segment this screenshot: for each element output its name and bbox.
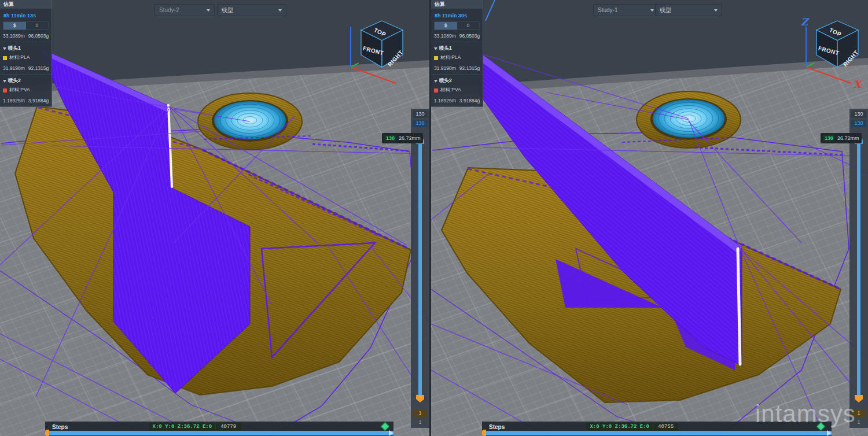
layer-tooltip: 130 26.72mm <box>821 133 862 143</box>
tab-weight[interactable]: 0 <box>26 22 49 29</box>
total-length: 33.1089m <box>434 33 456 39</box>
tab-cost[interactable]: $ <box>3 22 26 29</box>
estimate-unit-tabs: $ 0 <box>434 21 480 30</box>
layer-current-bottom[interactable]: 1 <box>413 409 428 417</box>
estimate-panel: 估算 8h 11min 30s $ 0 33.1089m 96.0503g 喷头… <box>431 0 483 107</box>
view-cube[interactable]: TOP FRONT RIGHT <box>345 17 421 89</box>
layer-tooltip-height: 26.72mm <box>837 135 859 141</box>
steps-slider-end-arrow-icon <box>827 430 832 436</box>
extruder-1-length: 31.9198m <box>434 65 456 71</box>
extruder-1-name: 喷头1 <box>8 45 21 52</box>
extruder-2-material: 材料:PVA <box>9 87 30 94</box>
estimate-panel-title: 估算 <box>431 0 483 9</box>
x-axis-label: X <box>854 79 863 89</box>
tab-cost[interactable]: $ <box>435 22 457 29</box>
layer-max-label: 130 <box>413 110 428 118</box>
steps-slider-track[interactable] <box>45 431 393 435</box>
extruder-2-name: 喷头2 <box>439 77 452 84</box>
layer-tooltip-layer: 130 <box>384 135 396 142</box>
extruder-icon <box>434 80 437 83</box>
layer-current-top[interactable]: 130 <box>413 120 428 127</box>
extruder-2-weight: 3.91884g <box>459 98 480 104</box>
estimate-panel: 估算 8h 11min 13s $ 0 33.1089m 96.0503g 喷头… <box>0 0 52 107</box>
z-axis-label: Z <box>801 17 810 28</box>
extruder-2-weight: 3.91884g <box>28 98 49 104</box>
chevron-down-icon <box>207 9 210 12</box>
total-length: 33.1089m <box>3 33 25 39</box>
layer-slider[interactable]: 130 130 1 1 <box>411 109 429 428</box>
pva-color-swatch <box>3 88 7 93</box>
brand-watermark: intamsys <box>755 400 856 428</box>
layer-bottom-handle[interactable] <box>855 395 863 402</box>
estimate-unit-tabs: $ 0 <box>3 21 49 30</box>
extruder-1-weight: 92.1315g <box>459 65 480 71</box>
coordinates-badge: X:0 Y:0 Z:36.72 E:0 40755 <box>586 423 678 431</box>
steps-label: Steps <box>489 424 505 430</box>
viewport-right: 估算 8h 11min 30s $ 0 33.1089m 96.0503g 喷头… <box>431 0 868 436</box>
layer-tooltip-height: 26.72mm <box>399 135 421 141</box>
linetype-select-value: 线型 <box>222 6 233 14</box>
study-select[interactable]: Study-1 <box>594 5 658 16</box>
extruder-2-name: 喷头2 <box>8 77 21 84</box>
layer-current-top[interactable]: 130 <box>851 120 866 127</box>
step-count: 40779 <box>215 424 241 430</box>
total-weight: 96.0503g <box>28 33 49 39</box>
extruder-2-length: 1.18925m <box>434 98 456 104</box>
extruder-1-material: 材料:PLA <box>9 54 30 61</box>
print-time-estimate: 8h 11min 30s <box>431 9 483 21</box>
pla-color-swatch <box>3 56 7 60</box>
steps-bar: Steps X:0 Y:0 Z:36.72 E:0 40779 <box>45 422 393 436</box>
study-select-value: Study-1 <box>598 7 617 13</box>
chevron-down-icon <box>278 9 282 12</box>
extruder-icon <box>434 47 437 50</box>
linetype-select[interactable]: 线型 <box>218 5 286 16</box>
view-cube[interactable]: TOP FRONT RIGHT Z X <box>800 17 868 89</box>
steps-slider-track[interactable] <box>482 431 832 435</box>
layer-tooltip: 130 26.72mm <box>382 133 423 143</box>
study-select[interactable]: Study-2 <box>155 5 214 16</box>
extruder-icon <box>3 47 6 50</box>
viewport-left: 估算 8h 11min 13s $ 0 33.1089m 96.0503g 喷头… <box>0 0 431 436</box>
layer-slider-track[interactable] <box>857 142 860 397</box>
layer-min-label: 1 <box>413 419 428 426</box>
chevron-down-icon <box>650 9 654 12</box>
layer-bottom-handle[interactable] <box>416 395 424 402</box>
extruder-1-weight: 92.1315g <box>28 65 49 71</box>
layer-slider[interactable]: 130 130 1 1 <box>849 109 868 428</box>
extruder-1-length: 31.9198m <box>3 65 25 71</box>
total-usage-row: 33.1089m 96.0503g <box>431 30 483 42</box>
extruder-2-length: 1.18925m <box>3 98 25 104</box>
steps-slider-handle[interactable] <box>482 430 486 436</box>
extruder-2-material: 材料:PVA <box>440 87 461 94</box>
linetype-select[interactable]: 线型 <box>656 5 722 16</box>
linetype-select-value: 线型 <box>660 6 671 14</box>
layer-max-label: 130 <box>851 110 866 118</box>
total-usage-row: 33.1089m 96.0503g <box>0 30 52 42</box>
steps-slider-end-arrow-icon <box>389 430 393 436</box>
chevron-down-icon <box>714 9 718 12</box>
layer-slider-track[interactable] <box>418 142 422 397</box>
pva-color-swatch <box>434 88 438 93</box>
coordinates-value: X:0 Y:0 Z:36.72 E:0 <box>149 424 216 430</box>
extruder-1-name: 喷头1 <box>439 45 452 52</box>
step-count: 40755 <box>653 424 678 430</box>
layer-tooltip-layer: 130 <box>823 135 835 142</box>
estimate-panel-title: 估算 <box>0 0 52 9</box>
steps-slider-handle[interactable] <box>45 430 49 436</box>
tab-weight[interactable]: 0 <box>457 22 480 29</box>
print-time-estimate: 8h 11min 13s <box>0 9 52 21</box>
steps-label: Steps <box>52 424 68 430</box>
total-weight: 96.0503g <box>459 33 480 39</box>
study-select-value: Study-2 <box>159 7 179 13</box>
coordinates-value: X:0 Y:0 Z:36.72 E:0 <box>586 424 653 430</box>
pla-color-swatch <box>434 56 438 60</box>
extruder-1-material: 材料:PLA <box>440 54 461 61</box>
extruder-icon <box>3 80 6 83</box>
coordinates-badge: X:0 Y:0 Z:36.72 E:0 40779 <box>149 423 241 431</box>
